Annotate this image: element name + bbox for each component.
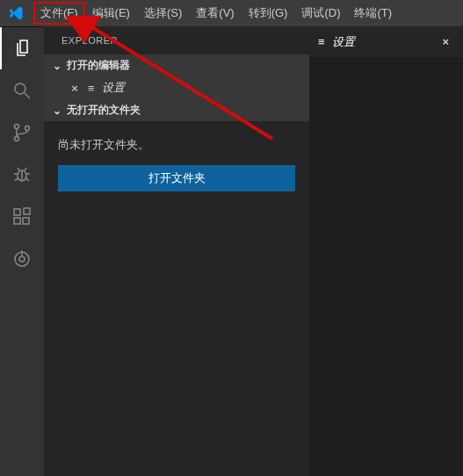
menu-selection[interactable]: 选择(S) xyxy=(137,2,189,25)
chevron-down-icon: ⌄ xyxy=(51,60,63,72)
no-folder-panel: 尚未打开文件夹。 打开文件夹 xyxy=(44,121,309,207)
svg-rect-9 xyxy=(24,208,30,214)
menu-edit[interactable]: 编辑(E) xyxy=(85,2,137,25)
menu-terminal[interactable]: 终端(T) xyxy=(347,2,399,25)
menu-go[interactable]: 转到(G) xyxy=(242,2,295,25)
outline-icon xyxy=(11,249,33,270)
settings-file-icon: ≡ xyxy=(88,82,95,95)
extensions-icon xyxy=(11,206,33,227)
editor-area: ≡ 设置 × xyxy=(309,26,463,476)
open-folder-button[interactable]: 打开文件夹 xyxy=(58,165,295,191)
open-editors-header[interactable]: ⌄ 打开的编辑器 xyxy=(44,54,309,76)
tab-settings[interactable]: ≡ 设置 × xyxy=(309,26,463,57)
chevron-down-icon: ⌄ xyxy=(51,105,63,117)
tab-bar: ≡ 设置 × xyxy=(309,26,463,57)
svg-point-11 xyxy=(19,256,25,262)
branch-icon xyxy=(11,122,33,143)
tab-label: 设置 xyxy=(332,34,355,50)
activity-debug[interactable] xyxy=(0,154,44,196)
svg-point-2 xyxy=(15,125,19,129)
no-folder-message: 尚未打开文件夹。 xyxy=(58,137,295,153)
open-editor-item[interactable]: × ≡ 设置 xyxy=(44,76,309,99)
explorer-sidebar: EXPLORER ⌄ 打开的编辑器 × ≡ 设置 ⌄ 无打开的文件夹 尚未打开文… xyxy=(44,26,309,476)
open-editor-label: 设置 xyxy=(102,80,125,96)
no-folder-label: 无打开的文件夹 xyxy=(67,103,141,118)
menu-view[interactable]: 查看(V) xyxy=(189,2,241,25)
svg-rect-8 xyxy=(23,218,29,224)
svg-point-0 xyxy=(15,83,25,94)
menu-bar: 文件(F) 编辑(E) 选择(S) 查看(V) 转到(G) 调试(D) 终端(T… xyxy=(0,0,463,26)
bug-icon xyxy=(11,164,33,185)
activity-explorer[interactable] xyxy=(0,27,44,69)
close-icon[interactable]: × xyxy=(437,35,454,48)
svg-rect-6 xyxy=(14,209,20,215)
sidebar-title: EXPLORER xyxy=(44,26,309,54)
settings-file-icon: ≡ xyxy=(318,35,325,48)
menu-file[interactable]: 文件(F) xyxy=(33,2,85,25)
menu-debug[interactable]: 调试(D) xyxy=(294,2,347,25)
activity-scm[interactable] xyxy=(0,112,44,154)
vscode-logo-icon xyxy=(7,4,25,22)
no-folder-header[interactable]: ⌄ 无打开的文件夹 xyxy=(44,99,309,121)
svg-point-3 xyxy=(15,137,19,141)
activity-bar xyxy=(0,26,44,476)
svg-rect-7 xyxy=(14,218,20,224)
open-editors-label: 打开的编辑器 xyxy=(67,58,130,73)
search-icon xyxy=(11,80,33,101)
activity-outline[interactable] xyxy=(0,238,44,280)
close-icon[interactable]: × xyxy=(69,82,81,95)
activity-extensions[interactable] xyxy=(0,196,44,238)
svg-line-1 xyxy=(25,93,30,98)
svg-point-4 xyxy=(25,126,30,131)
files-icon xyxy=(12,38,33,59)
activity-search[interactable] xyxy=(0,69,44,112)
